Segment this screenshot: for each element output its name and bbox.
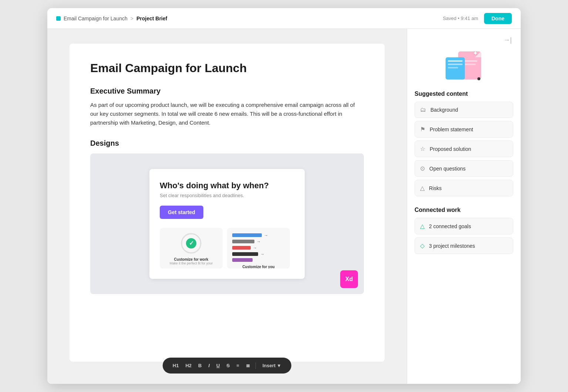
background-icon: 🗂 bbox=[420, 107, 426, 113]
xd-badge: Xd bbox=[340, 270, 358, 288]
suggested-content-label: Suggested content bbox=[415, 91, 513, 97]
saved-status: Saved • 9:41 am bbox=[443, 16, 478, 21]
toolbar-separator bbox=[256, 362, 256, 369]
bar-arrow-4: → bbox=[260, 252, 264, 256]
connected-work-label: Connected work bbox=[415, 207, 513, 213]
milestones-icon: ◇ bbox=[420, 242, 425, 249]
illus-blue-line2 bbox=[448, 64, 463, 65]
suggested-item-proposed-solution[interactable]: ☆ Proposed solution bbox=[415, 141, 513, 157]
header: Email Campaign for Launch > Project Brie… bbox=[47, 8, 521, 29]
design-thumb-2: → → → bbox=[227, 228, 290, 268]
breadcrumb: Email Campaign for Launch > Project Brie… bbox=[56, 16, 167, 21]
problem-statement-icon: ⚑ bbox=[420, 126, 425, 133]
open-questions-label: Open questions bbox=[429, 166, 466, 172]
main-body: Email Campaign for Launch Executive Summ… bbox=[47, 29, 521, 384]
content-area: Email Campaign for Launch Executive Summ… bbox=[47, 29, 407, 384]
executive-summary-heading: Executive Summary bbox=[90, 87, 364, 95]
collapse-sidebar-icon[interactable]: →| bbox=[502, 35, 513, 45]
milestones-label: 3 project milestones bbox=[429, 243, 475, 249]
design-card-subtitle: Set clear responsibilities and deadlines… bbox=[160, 193, 294, 198]
illustration-wrapper: ✦ bbox=[446, 50, 483, 83]
illus-blue-line1 bbox=[448, 60, 463, 62]
bar-row-1: → bbox=[232, 233, 285, 237]
document-title: Email Campaign for Launch bbox=[90, 61, 364, 75]
bar-gray bbox=[232, 240, 254, 243]
bar-row-3: → bbox=[232, 246, 285, 250]
toolbar-chevron-icon: ▾ bbox=[278, 363, 280, 368]
project-color-dot bbox=[56, 16, 61, 21]
risks-label: Risks bbox=[429, 185, 442, 191]
bar-dark bbox=[232, 252, 258, 256]
risks-icon: △ bbox=[420, 185, 425, 192]
done-button[interactable]: Done bbox=[484, 13, 512, 24]
toolbar-italic[interactable]: I bbox=[206, 361, 212, 370]
bar-row-4: → bbox=[232, 252, 285, 256]
bar-arrow-2: → bbox=[257, 239, 261, 244]
executive-summary-body: As part of our upcoming product launch, … bbox=[90, 101, 364, 127]
bar-purple bbox=[232, 258, 253, 262]
connected-item-goals[interactable]: △ 2 connected goals bbox=[415, 218, 513, 234]
bar-chart: → → → bbox=[231, 232, 286, 263]
app-window: Email Campaign for Launch > Project Brie… bbox=[47, 8, 521, 384]
toolbar-bold[interactable]: B bbox=[196, 361, 204, 370]
illus-blue-line3 bbox=[448, 67, 458, 68]
toolbar-insert-label: Insert bbox=[263, 363, 275, 368]
bar-row-2: → bbox=[232, 239, 285, 244]
toolbar-h1[interactable]: H1 bbox=[170, 361, 182, 370]
get-started-button[interactable]: Get started bbox=[160, 206, 203, 219]
suggested-content-list: 🗂 Background ⚑ Problem statement ☆ Propo… bbox=[415, 102, 513, 196]
goals-icon: △ bbox=[420, 223, 425, 230]
toolbar-bullet-list[interactable]: ≡ bbox=[234, 361, 242, 370]
thumb1-sublabel: Make it the perfect fit for your bbox=[170, 261, 213, 265]
bar-arrow-3: → bbox=[253, 246, 257, 250]
suggested-item-problem-statement[interactable]: ⚑ Problem statement bbox=[415, 121, 513, 138]
bar-blue bbox=[232, 233, 262, 237]
design-preview: Who's doing what by when? Set clear resp… bbox=[90, 153, 364, 294]
suggested-item-risks[interactable]: △ Risks bbox=[415, 180, 513, 196]
proposed-solution-label: Proposed solution bbox=[430, 146, 471, 152]
connected-item-milestones[interactable]: ◇ 3 project milestones bbox=[415, 237, 513, 254]
toolbar-underline[interactable]: U bbox=[214, 361, 222, 370]
design-thumbs: Customize for work Make it the perfect f… bbox=[160, 228, 294, 268]
illus-dot bbox=[477, 77, 480, 80]
toolbar-insert-button[interactable]: Insert ▾ bbox=[259, 361, 284, 370]
document-container: Email Campaign for Launch Executive Summ… bbox=[70, 44, 385, 362]
goals-label: 2 connected goals bbox=[429, 223, 471, 229]
proposed-solution-icon: ☆ bbox=[420, 145, 425, 152]
open-questions-icon: ⊙ bbox=[420, 165, 425, 172]
hero-illustration: ✦ bbox=[415, 50, 513, 83]
breadcrumb-separator: > bbox=[131, 16, 133, 21]
bar-row-5 bbox=[232, 258, 285, 262]
toolbar-strikethrough[interactable]: S bbox=[224, 361, 232, 370]
designs-heading: Designs bbox=[90, 139, 364, 148]
thumb1-label: Customize for work bbox=[174, 257, 209, 261]
toolbar-numbered-list[interactable]: ≣ bbox=[243, 361, 253, 370]
thumb2-label: Customize for you bbox=[242, 265, 274, 268]
problem-statement-label: Problem statement bbox=[430, 126, 473, 132]
breadcrumb-project: Email Campaign for Launch bbox=[64, 16, 128, 21]
right-sidebar: →| ✦ bbox=[407, 29, 521, 384]
illus-doc-blue bbox=[446, 57, 465, 80]
suggested-item-background[interactable]: 🗂 Background bbox=[415, 102, 513, 118]
bar-red bbox=[232, 246, 251, 250]
design-thumb-1: Customize for work Make it the perfect f… bbox=[160, 228, 223, 268]
header-right: Saved • 9:41 am Done bbox=[443, 13, 512, 24]
connected-work-list: △ 2 connected goals ◇ 3 project mileston… bbox=[415, 218, 513, 254]
sparkle-icon: ✦ bbox=[473, 49, 478, 57]
breadcrumb-current-page: Project Brief bbox=[136, 16, 167, 21]
design-card-title: Who's doing what by when? bbox=[160, 181, 294, 190]
toolbar-h2[interactable]: H2 bbox=[183, 361, 194, 370]
bar-arrow-1: → bbox=[264, 233, 268, 237]
background-label: Background bbox=[430, 107, 458, 113]
sidebar-collapse-area: →| bbox=[415, 35, 513, 45]
formatting-toolbar: H1 H2 B I U S ≡ ≣ Insert ▾ bbox=[163, 358, 291, 374]
design-card: Who's doing what by when? Set clear resp… bbox=[149, 169, 305, 279]
suggested-item-open-questions[interactable]: ⊙ Open questions bbox=[415, 160, 513, 177]
